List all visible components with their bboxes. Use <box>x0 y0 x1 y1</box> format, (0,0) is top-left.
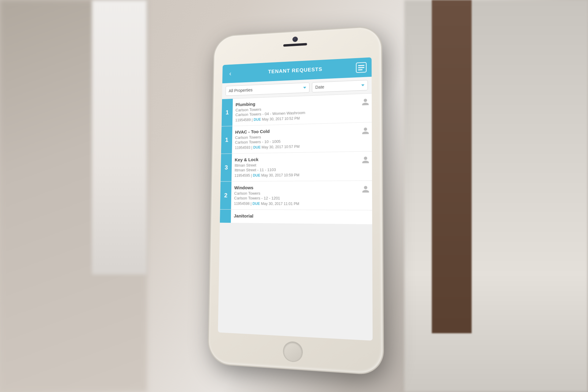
avatar-icon <box>361 156 370 164</box>
priority-badge <box>220 209 231 222</box>
request-title: Janitorial <box>234 213 369 219</box>
home-button[interactable] <box>284 342 302 362</box>
property-filter[interactable]: All Properties <box>225 82 309 96</box>
request-content: Windows Carlson Towers Carlson Towers - … <box>231 181 359 210</box>
phone-frame: ‹ TENANT REQUESTS All Properties <box>209 26 383 374</box>
bg-column <box>432 0 472 333</box>
menu-icon-button[interactable] <box>356 62 367 73</box>
request-title: Windows <box>234 185 356 190</box>
request-content: HVAC - Too Cold Carlson Towers Carlson T… <box>232 122 359 153</box>
request-meta: 11954598 | DUE May 30, 2017 11:01 PM <box>234 201 356 206</box>
request-content: Key & Lock Ittman Street Ittman Street -… <box>232 151 359 181</box>
request-location: Carlson Towers - 12 - 1201 <box>234 196 356 200</box>
phone-camera <box>293 37 297 41</box>
avatar-icon <box>361 98 370 106</box>
request-title: Key & Lock <box>235 155 356 162</box>
phone-top-bar <box>283 36 307 47</box>
priority-badge: 2 <box>220 181 232 209</box>
request-content: Plumbing Carlson Towers Carlson Towers -… <box>232 94 359 126</box>
avatar-icon <box>361 185 370 193</box>
list-item[interactable]: 1 HVAC - Too Cold Carlson Towers Carlson… <box>221 122 372 154</box>
phone-screen: ‹ TENANT REQUESTS All Properties <box>218 57 373 341</box>
date-filter[interactable]: Date <box>312 80 368 92</box>
list-item[interactable]: 1 Plumbing Carlson Towers Carlson Towers… <box>221 93 372 126</box>
request-avatar <box>359 181 372 210</box>
menu-line-3 <box>358 69 362 70</box>
request-avatar <box>359 151 372 180</box>
ticket-id: 11954593 <box>235 145 251 150</box>
due-label: DUE <box>253 173 260 177</box>
request-list: 1 Plumbing Carlson Towers Carlson Towers… <box>218 93 373 337</box>
ticket-id: 11954598 <box>234 201 250 206</box>
list-item[interactable]: Janitorial <box>220 209 372 224</box>
due-label: DUE <box>254 117 261 121</box>
priority-badge: 1 <box>221 99 233 126</box>
due-label: DUE <box>253 145 261 149</box>
avatar-icon <box>361 127 370 135</box>
list-item[interactable]: 2 Windows Carlson Towers Carlson Towers … <box>220 181 372 210</box>
request-content: Janitorial <box>231 209 372 224</box>
priority-badge: 1 <box>221 126 232 154</box>
request-meta: 11954595 | DUE May 30, 2017 10:59 PM <box>234 172 356 177</box>
request-avatar <box>359 93 372 122</box>
date-chevron-icon <box>361 84 364 86</box>
request-avatar <box>359 122 372 151</box>
property-filter-label: All Properties <box>229 88 253 93</box>
ticket-id: 11954589 <box>235 118 251 122</box>
property-chevron-icon <box>303 87 306 88</box>
request-property: Carlson Towers <box>234 191 356 195</box>
ticket-id: 11954595 <box>234 173 250 177</box>
page-title: TENANT REQUESTS <box>268 66 322 75</box>
menu-line-1 <box>358 65 364 66</box>
menu-lines <box>358 65 364 70</box>
list-item[interactable]: 3 Key & Lock Ittman Street Ittman Street… <box>221 151 372 181</box>
phone-wrapper: ‹ TENANT REQUESTS All Properties <box>209 26 383 374</box>
back-button[interactable]: ‹ <box>227 67 234 80</box>
due-label: DUE <box>252 201 260 206</box>
date-filter-label: Date <box>315 84 324 90</box>
menu-line-2 <box>358 67 364 68</box>
phone-speaker <box>283 43 307 47</box>
priority-badge: 3 <box>221 154 232 181</box>
bg-white-area <box>92 0 147 274</box>
